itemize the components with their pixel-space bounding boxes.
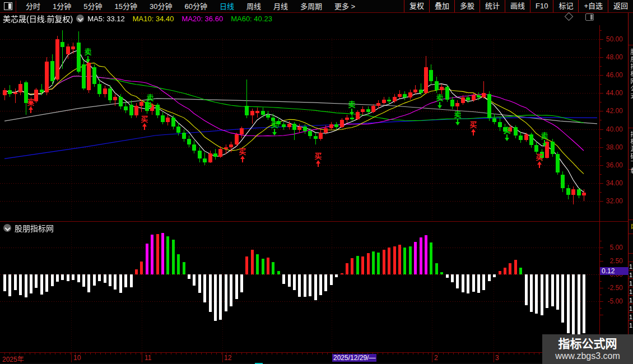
- date-label-6: 3: [495, 354, 499, 362]
- menu-item-9[interactable]: 多周期: [294, 1, 328, 12]
- ma-legend-3: MA60: 40.23: [231, 15, 272, 23]
- menu-item-8[interactable]: 月线: [267, 1, 294, 12]
- chart-title: 美芯晟(日线.前复权): [3, 13, 73, 24]
- ma-legend-2: MA20: 36.60: [181, 15, 223, 23]
- action-button-1[interactable]: 叠加: [429, 0, 454, 12]
- date-label-3: 12: [224, 354, 231, 362]
- menu-item-10[interactable]: 更多 >: [328, 1, 361, 12]
- indicator-histogram-chart[interactable]: [0, 231, 599, 352]
- chevron-down-circle-icon[interactable]: [76, 15, 84, 22]
- title-row: 美芯晟(日线.前复权) MA5: 33.12MA10: 34.40MA20: 3…: [0, 12, 627, 25]
- date-axis[interactable]: 2025年1011122025/12/29/—23: [0, 352, 628, 363]
- menu-item-7[interactable]: 周线: [240, 1, 267, 12]
- candlestick-chart[interactable]: [0, 24, 599, 221]
- action-button-8[interactable]: 返回: [608, 0, 633, 12]
- menu-item-2[interactable]: 5分钟: [77, 1, 108, 12]
- chevron-down-circle-icon[interactable]: [3, 224, 11, 232]
- right-side-strip[interactable]: 股朋指标网公式指标源码下载自11111111: [628, 12, 633, 364]
- menu-item-1[interactable]: 1分钟: [46, 1, 77, 12]
- date-label-4: 2025/12/29/—: [332, 354, 376, 362]
- watermark-url: www.zbgs3.com: [555, 351, 620, 362]
- indicator-header: 股朋指标网: [0, 222, 54, 234]
- indicator-title: 股朋指标网: [15, 222, 54, 234]
- ma-legend: MA5: 33.12MA10: 34.40MA20: 36.60MA60: 40…: [87, 13, 280, 24]
- action-button-5[interactable]: F10: [530, 0, 553, 12]
- diamond-icon[interactable]: [565, 12, 574, 21]
- watermark-title: 指标公式网: [558, 337, 617, 351]
- top-toolbar: 分时1分钟5分钟15分钟30分钟60分钟日线周线月线多周期更多 > 复权叠加多股…: [0, 0, 633, 13]
- panel-divider: [0, 221, 628, 222]
- action-button-3[interactable]: 统计: [480, 0, 505, 12]
- date-label-0: 2025年: [2, 354, 24, 363]
- action-button-4[interactable]: 画线: [505, 0, 530, 12]
- menu-item-0[interactable]: 分时: [20, 1, 46, 12]
- action-button-6[interactable]: 标记: [553, 0, 578, 12]
- indicator-value-badge: 0.12: [600, 267, 629, 275]
- window-panel-icon[interactable]: [4, 2, 12, 10]
- date-label-1: 10: [73, 354, 81, 362]
- date-label-2: 11: [145, 354, 151, 362]
- action-button-0[interactable]: 复权: [404, 0, 429, 12]
- trading-app-window: 分时1分钟5分钟15分钟30分钟60分钟日线周线月线多周期更多 > 复权叠加多股…: [0, 0, 633, 364]
- chart-corner-icons: [566, 13, 594, 21]
- menu-item-5[interactable]: 60分钟: [178, 1, 213, 12]
- panel-toggle-icon[interactable]: [585, 13, 594, 21]
- menu-item-6[interactable]: 日线: [213, 1, 240, 12]
- ma-legend-0: MA5: 33.12: [87, 15, 125, 23]
- menu-item-3[interactable]: 15分钟: [108, 1, 143, 12]
- action-button-7[interactable]: +自选: [578, 0, 608, 12]
- date-label-5: 2: [434, 354, 438, 362]
- date-minor-ticks: [0, 353, 628, 354]
- menu-item-4[interactable]: 30分钟: [143, 1, 178, 12]
- action-button-2[interactable]: 多股: [454, 0, 480, 12]
- topbar-menu: 分时1分钟5分钟15分钟30分钟60分钟日线周线月线多周期更多 >: [16, 1, 404, 12]
- topbar-actions: 复权叠加多股统计画线F10标记+自选返回: [404, 0, 633, 12]
- ma-legend-1: MA10: 34.40: [133, 15, 174, 23]
- watermark: 指标公式网 www.zbgs3.com: [542, 334, 633, 364]
- price-axis-line: [599, 25, 600, 362]
